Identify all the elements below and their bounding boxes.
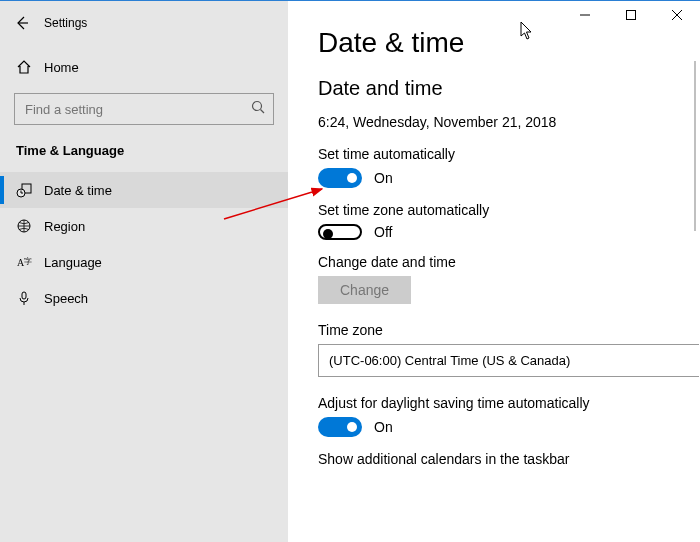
search-input[interactable] [23, 101, 251, 118]
timezone-select[interactable]: (UTC-06:00) Central Time (US & Canada) [318, 344, 699, 377]
additional-calendars-label: Show additional calendars in the taskbar [318, 451, 700, 467]
current-datetime: 6:24, Wednesday, November 21, 2018 [318, 114, 700, 130]
page-title: Date & time [318, 27, 700, 59]
sidebar-item-label: Speech [44, 291, 88, 306]
sidebar-category: Time & Language [0, 129, 288, 172]
timezone-label: Time zone [318, 322, 700, 338]
dst-label: Adjust for daylight saving time automati… [318, 395, 700, 411]
svg-line-7 [261, 110, 265, 114]
sidebar-item-language[interactable]: A字 Language [0, 244, 288, 280]
set-tz-auto-label: Set time zone automatically [318, 202, 700, 218]
sidebar: Settings Home Time & Language Date & [0, 1, 288, 542]
maximize-button[interactable] [608, 1, 654, 29]
set-time-auto-label: Set time automatically [318, 146, 700, 162]
dst-toggle[interactable] [318, 417, 362, 437]
main-content: Date & time Date and time 6:24, Wednesda… [288, 1, 700, 542]
sidebar-home-label: Home [44, 60, 79, 75]
change-date-time-label: Change date and time [318, 254, 700, 270]
sidebar-item-label: Date & time [44, 183, 112, 198]
timezone-value: (UTC-06:00) Central Time (US & Canada) [329, 353, 570, 368]
minimize-button[interactable] [562, 1, 608, 29]
svg-text:字: 字 [24, 257, 32, 266]
svg-rect-1 [627, 11, 636, 20]
svg-rect-15 [22, 292, 26, 299]
sidebar-item-label: Region [44, 219, 85, 234]
set-time-auto-state: On [374, 170, 393, 186]
search-icon [251, 100, 265, 118]
set-tz-auto-toggle[interactable] [318, 224, 362, 240]
sidebar-item-region[interactable]: Region [0, 208, 288, 244]
change-button: Change [318, 276, 411, 304]
language-icon: A字 [16, 254, 44, 270]
back-button[interactable] [0, 15, 44, 31]
sidebar-item-date-time[interactable]: Date & time [0, 172, 288, 208]
microphone-icon [16, 290, 44, 306]
scrollbar[interactable] [694, 61, 696, 231]
section-heading: Date and time [318, 77, 700, 100]
window-title: Settings [44, 16, 87, 30]
date-time-icon [16, 182, 44, 198]
window-controls [562, 1, 700, 29]
home-icon [16, 59, 44, 75]
dst-state: On [374, 419, 393, 435]
globe-icon [16, 218, 44, 234]
close-button[interactable] [654, 1, 700, 29]
sidebar-item-label: Language [44, 255, 102, 270]
svg-point-6 [253, 102, 262, 111]
sidebar-item-speech[interactable]: Speech [0, 280, 288, 316]
set-time-auto-toggle[interactable] [318, 168, 362, 188]
sidebar-home[interactable]: Home [0, 49, 288, 85]
set-tz-auto-state: Off [374, 224, 392, 240]
search-box[interactable] [14, 93, 274, 125]
